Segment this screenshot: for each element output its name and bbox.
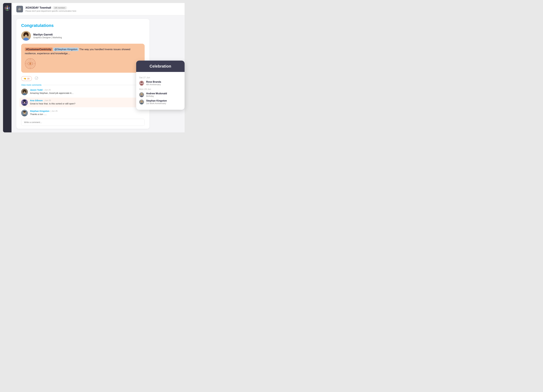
mention-tag[interactable]: @Stephan Kingston xyxy=(53,48,79,51)
clap-reaction-button[interactable]: 🤜 18 xyxy=(21,76,32,81)
svg-point-8 xyxy=(7,8,8,9)
celebration-panel-title: Celebration xyxy=(136,61,185,72)
celebration-avatar xyxy=(139,92,144,97)
comment-item: Stephan Kingston | Jun 25 Thanks a ton …… xyxy=(21,110,145,116)
hashtag-tag[interactable]: #CustomerCentricity xyxy=(25,48,52,51)
view-more-comments[interactable]: View more comments xyxy=(21,84,145,86)
post-card: Congratulations xyxy=(16,19,149,129)
channel-name: XOXODAY Townhall 185 members xyxy=(25,6,76,10)
svg-rect-11 xyxy=(18,9,19,10)
celebration-avatar xyxy=(139,99,144,105)
author-info: Marilyn Garrett Graphics Designer | Mark… xyxy=(33,33,62,39)
svg-point-60 xyxy=(24,112,24,113)
post-text: #CustomerCentricity @Stephan Kingston Th… xyxy=(25,47,141,55)
svg-rect-13 xyxy=(20,9,20,10)
clap-count: 18 xyxy=(27,77,29,80)
celebration-item-rose: Rose Branda 4th Anniversary xyxy=(139,81,181,86)
svg-point-59 xyxy=(23,111,26,112)
comment-text: Great to hear that. Is this sorted or st… xyxy=(30,102,75,105)
channel-description: Please don't post department specific co… xyxy=(25,10,76,12)
svg-point-31 xyxy=(30,63,30,63)
comment-author-name: Jason Todd xyxy=(30,88,43,91)
view-more-label[interactable]: View more comments xyxy=(21,84,41,86)
comment-author-line: Stephan Kingston | Jun 25 xyxy=(30,110,57,112)
post-bubble: #CustomerCentricity @Stephan Kingston Th… xyxy=(21,44,145,73)
celebration-item-stephan2: Stephan Kingston 1st Work Anniversary xyxy=(139,99,181,105)
sidebar xyxy=(3,3,11,132)
celebration-date-2: Mon 29 Jun xyxy=(139,88,181,90)
clap-emoji: 🤜 xyxy=(24,77,26,80)
comment-author-line: Jason Todd | Jun 25 xyxy=(30,88,74,91)
app-wrapper: XOXODAY Townhall 185 members Please don'… xyxy=(3,3,185,132)
svg-point-78 xyxy=(141,101,141,102)
commenter-avatar xyxy=(21,110,28,116)
post-type-label: Congratulations xyxy=(21,23,145,28)
divider-line xyxy=(43,85,145,85)
comments-list: Jason Todd | Jun 25 Amazing Stephan, Goo… xyxy=(21,88,145,116)
channel-header: XOXODAY Townhall 185 members Please don'… xyxy=(11,3,185,15)
svg-point-56 xyxy=(25,102,26,103)
celebration-event-type: 1st Work Anniversary xyxy=(146,102,167,105)
svg-point-44 xyxy=(23,90,24,93)
celebration-person-name: Andrew Mcdonald xyxy=(146,92,167,95)
svg-point-45 xyxy=(25,90,26,93)
svg-point-7 xyxy=(9,8,10,9)
comment-body: Stephan Kingston | Jun 25 Thanks a ton …… xyxy=(30,110,57,116)
post-badge-icon xyxy=(25,58,36,69)
svg-point-61 xyxy=(25,112,25,113)
author-avatar xyxy=(21,31,31,41)
svg-point-46 xyxy=(24,91,24,92)
svg-point-38 xyxy=(37,78,37,78)
svg-point-79 xyxy=(142,101,142,102)
svg-point-53 xyxy=(25,102,25,102)
reactions-bar: 🤜 18 xyxy=(21,76,145,81)
app-logo[interactable] xyxy=(5,6,10,11)
comment-author-name: Stephan Kingston xyxy=(30,110,49,112)
svg-point-22 xyxy=(25,34,26,35)
svg-point-52 xyxy=(24,102,24,102)
comment-date: | Jun 25 xyxy=(44,89,51,91)
commenter-avatar xyxy=(21,88,28,95)
svg-point-37 xyxy=(36,78,36,78)
svg-point-20 xyxy=(23,33,25,36)
svg-point-23 xyxy=(27,34,27,35)
comment-item-highlighted: Ana Gibson | Jun 25 Great to hear that. … xyxy=(19,98,145,107)
comment-input-row xyxy=(21,119,145,126)
celebration-item-info: Stephan Kingston 1st Work Anniversary xyxy=(146,99,167,105)
comment-date: | Jun 25 xyxy=(44,99,51,102)
channel-info: XOXODAY Townhall 185 members Please don'… xyxy=(25,6,76,12)
svg-rect-15 xyxy=(19,8,20,8)
svg-point-5 xyxy=(7,10,8,11)
post-author-section: Marilyn Garrett Graphics Designer | Mark… xyxy=(21,31,145,41)
svg-point-47 xyxy=(25,91,25,92)
comment-body: Jason Todd | Jun 25 Amazing Stephan, Goo… xyxy=(30,88,74,94)
svg-point-67 xyxy=(141,83,141,83)
comment-body: Ana Gibson | Jun 25 Great to hear that. … xyxy=(30,99,75,105)
celebration-item-info: Rose Branda 4th Anniversary xyxy=(146,81,161,86)
channel-icon xyxy=(16,6,23,12)
svg-point-4 xyxy=(7,6,8,7)
celebration-panel: Celebration Sat 27 Jun xyxy=(136,61,185,110)
celebration-panel-body: Sat 27 Jun xyxy=(136,72,185,110)
comment-input[interactable] xyxy=(21,119,144,126)
celebration-person-name: Rose Branda xyxy=(146,81,161,83)
svg-point-68 xyxy=(142,83,142,83)
svg-point-74 xyxy=(142,94,142,95)
svg-point-55 xyxy=(23,102,24,103)
feed-area: Congratulations xyxy=(11,15,185,132)
add-reaction-button[interactable] xyxy=(34,76,40,81)
svg-point-73 xyxy=(141,94,141,95)
comment-text: Thanks a ton …. xyxy=(30,113,57,116)
celebration-date-1: Sat 27 Jun xyxy=(139,76,181,79)
main-content: XOXODAY Townhall 185 members Please don'… xyxy=(11,3,185,132)
author-name: Marilyn Garrett xyxy=(33,33,62,36)
comment-item: Jason Todd | Jun 25 Amazing Stephan, Goo… xyxy=(21,88,145,95)
celebration-event-type: 4th Anniversary xyxy=(146,83,161,86)
members-badge: 185 members xyxy=(53,6,67,10)
svg-point-21 xyxy=(27,33,28,36)
svg-point-6 xyxy=(5,8,6,9)
comment-text: Amazing Stephan, Good job appreciate it… xyxy=(30,92,74,94)
author-role: Graphics Designer | Marketing xyxy=(33,36,62,39)
celebration-event-type: Birthday xyxy=(146,95,167,97)
svg-point-66 xyxy=(141,82,143,83)
